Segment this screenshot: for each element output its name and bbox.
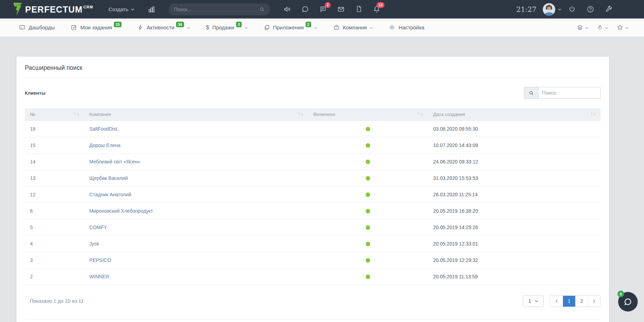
client-company-link[interactable]: Меблевий світ «Ясен» (89, 159, 140, 164)
client-company-link[interactable]: Дорош Елена (89, 142, 120, 148)
sales-badge: 3 (236, 22, 242, 27)
prev-page-button[interactable] (550, 296, 563, 307)
nav-item-label: Активности (147, 24, 174, 30)
client-company-link[interactable]: SaltFoodDist. (89, 126, 119, 132)
bar-chart-icon[interactable] (148, 6, 155, 13)
client-id-link[interactable]: 3 (30, 257, 33, 263)
nav-item-activities[interactable]: Активности 34 (137, 24, 190, 31)
nav-item-label: Настройка (398, 24, 424, 30)
brand-logo[interactable]: PERFECTUM CRM (13, 2, 93, 16)
sort-icon[interactable]: ↑↓ (297, 112, 303, 117)
chevron-left-icon (555, 299, 558, 303)
page-size-select[interactable]: 1 (523, 295, 544, 307)
nav-item-settings[interactable]: Настройка (389, 24, 424, 31)
nav-item-my-tasks[interactable]: Мои задания 15 (71, 24, 122, 31)
topbar-right-icons (568, 5, 613, 13)
next-page-button[interactable] (588, 296, 600, 307)
layers-icon (577, 24, 583, 31)
global-search (169, 3, 270, 15)
notifications-badge: 13 (376, 2, 384, 8)
table-search-input[interactable] (538, 87, 601, 99)
pagination: 1 2 (550, 295, 601, 307)
chat-widget-button[interactable]: 0 (618, 292, 638, 312)
client-id-link[interactable]: 18 (30, 126, 36, 132)
sound-icon[interactable] (283, 5, 291, 13)
created-date: 24.06.2020 09:33:12 (428, 153, 601, 170)
table-row: 12Стадник Анатолий26.03.2020 11:25:14 (25, 186, 601, 203)
table-row: 4Jysk20.05.2019 12:33:01 (25, 235, 601, 252)
page-title: Расширенный поиск (25, 57, 601, 78)
help-icon[interactable] (586, 5, 594, 13)
created-date: 03.08.2020 09:55:30 (428, 120, 601, 137)
client-company-link[interactable]: Jysk (89, 241, 99, 247)
chevron-down-icon (605, 27, 608, 29)
client-id-link[interactable]: 6 (30, 208, 33, 214)
client-id-link[interactable]: 5 (30, 225, 33, 230)
client-company-link[interactable]: Щербак Василий (89, 175, 128, 181)
enabled-indicator (366, 160, 370, 164)
table-search (524, 87, 601, 99)
client-id-link[interactable]: 14 (30, 159, 36, 164)
nav-item-dashboards[interactable]: Дашборды (19, 24, 55, 31)
enabled-indicator (366, 209, 370, 213)
favorites-menu[interactable] (617, 24, 629, 31)
nav-item-apps[interactable]: Приложения 2 (264, 24, 317, 31)
dashboard-icon (19, 24, 25, 31)
layers-menu[interactable] (577, 24, 588, 31)
sort-icon[interactable]: ↑↓ (73, 112, 79, 117)
column-header-created[interactable]: Дата создания↑↓ (428, 108, 601, 120)
client-company-link[interactable]: PEPSICO (89, 257, 111, 263)
document-icon[interactable] (355, 5, 363, 13)
mail-icon[interactable] (337, 5, 345, 13)
flame-menu[interactable] (597, 24, 608, 31)
enabled-indicator (366, 192, 370, 197)
power-icon[interactable] (568, 5, 576, 13)
brand-name: PERFECTUM (25, 2, 83, 16)
created-date: 31.03.2020 15:53:53 (428, 170, 601, 186)
clients-table-body: 18SaltFoodDist.03.08.2020 09:55:3015Доро… (25, 120, 601, 285)
chat-icon[interactable]: 2 (319, 5, 327, 13)
client-company-link[interactable]: Стадник Анатолий (89, 192, 131, 197)
page-button-2[interactable]: 2 (575, 296, 588, 307)
client-id-link[interactable]: 15 (30, 142, 36, 148)
user-menu[interactable] (543, 3, 561, 16)
client-id-link[interactable]: 4 (30, 241, 33, 247)
created-date: 20.05.2019 12:33:01 (428, 235, 601, 252)
global-search-input[interactable] (174, 7, 259, 12)
client-id-link[interactable]: 13 (30, 175, 36, 181)
star-icon (617, 24, 623, 31)
client-company-link[interactable]: Мироновский Хлебопродукт (89, 208, 153, 214)
search-icon[interactable] (259, 7, 265, 12)
sort-icon[interactable]: ↑↓ (590, 112, 595, 117)
create-button[interactable]: Создать (109, 6, 134, 12)
column-header-enabled[interactable]: Включено↑↓ (308, 108, 428, 120)
showing-info: Показано 1 до 10 из 11 (25, 298, 84, 304)
chevron-right-icon (593, 299, 595, 303)
nav-item-label: Мои задания (80, 24, 112, 30)
enabled-indicator (366, 176, 370, 181)
client-company-link[interactable]: COMFY (89, 225, 107, 230)
page-button-1[interactable]: 1 (563, 296, 575, 307)
navbar: Дашборды Мои задания 15 Активности 34 $ … (0, 19, 644, 37)
nav-item-sales[interactable]: $ Продажи 3 (206, 24, 248, 31)
bell-icon[interactable]: 13 (373, 5, 381, 13)
chat-widget-badge: 0 (617, 291, 624, 297)
table-row: 3PEPSICO20.05.2019 12:29:32 (25, 252, 601, 268)
client-id-link[interactable]: 12 (30, 192, 36, 197)
created-date: 26.03.2020 11:25:14 (428, 186, 601, 203)
messenger-icon[interactable] (301, 5, 309, 13)
sort-icon[interactable]: ↑↓ (417, 112, 423, 117)
navbar-right-icons (577, 24, 629, 31)
table-row: 14Меблевий світ «Ясен»24.06.2020 09:33:1… (25, 153, 601, 170)
client-company-link[interactable]: WINNER (89, 274, 109, 279)
wrench-icon[interactable] (605, 5, 613, 13)
check-square-icon (71, 24, 77, 31)
client-id-link[interactable]: 2 (30, 274, 33, 279)
enabled-indicator (366, 127, 370, 131)
copy-icon (264, 24, 270, 31)
nav-item-company[interactable]: Компания (333, 24, 373, 31)
column-header-id[interactable]: №↑↓ (25, 108, 84, 120)
column-header-company[interactable]: Компания↑↓ (84, 108, 308, 120)
chevron-down-icon (131, 8, 134, 10)
table-row: 5COMFY20.05.2019 14:25:26 (25, 219, 601, 235)
